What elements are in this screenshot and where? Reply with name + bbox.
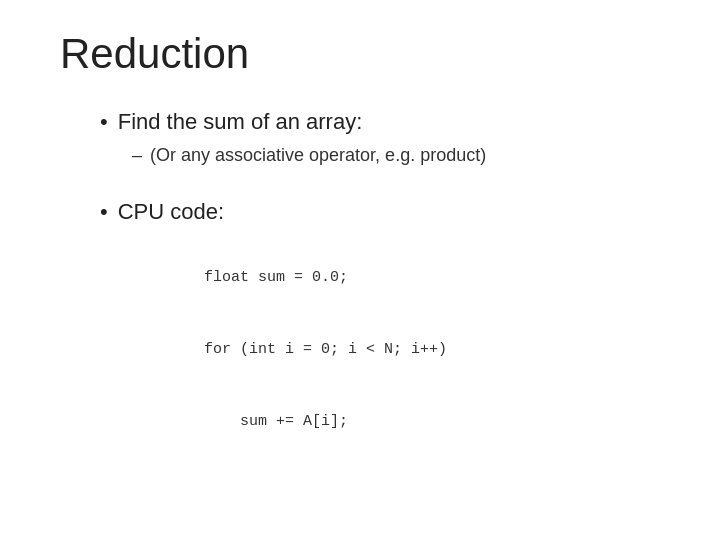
cpu-code-label: • CPU code:: [100, 198, 680, 227]
slide-title: Reduction: [60, 30, 680, 78]
slide-content: • Find the sum of an array: – (Or any as…: [100, 108, 680, 458]
code-line-2: for (int i = 0; i < N; i++): [204, 341, 447, 358]
bullet-text-find-sum: Find the sum of an array:: [118, 108, 363, 137]
code-line-3: sum += A[i];: [204, 413, 348, 430]
sub-text-associative: (Or any associative operator, e.g. produ…: [150, 143, 486, 168]
code-line-1: float sum = 0.0;: [204, 269, 348, 286]
slide-container: Reduction • Find the sum of an array: – …: [0, 0, 720, 540]
bullet-item-cpu-code: • CPU code: float sum = 0.0; for (int i …: [100, 198, 680, 459]
bullet-text-cpu-code: CPU code:: [118, 198, 224, 227]
bullet-item-find-sum: • Find the sum of an array: – (Or any as…: [100, 108, 680, 168]
bullet-main-find-sum: • Find the sum of an array:: [100, 108, 680, 137]
sub-dash-1: –: [132, 143, 142, 168]
bullet-dot-2: •: [100, 198, 108, 227]
code-block: float sum = 0.0; for (int i = 0; i < N; …: [132, 242, 680, 458]
sub-bullet-associative: – (Or any associative operator, e.g. pro…: [132, 143, 680, 168]
bullet-dot-1: •: [100, 108, 108, 137]
